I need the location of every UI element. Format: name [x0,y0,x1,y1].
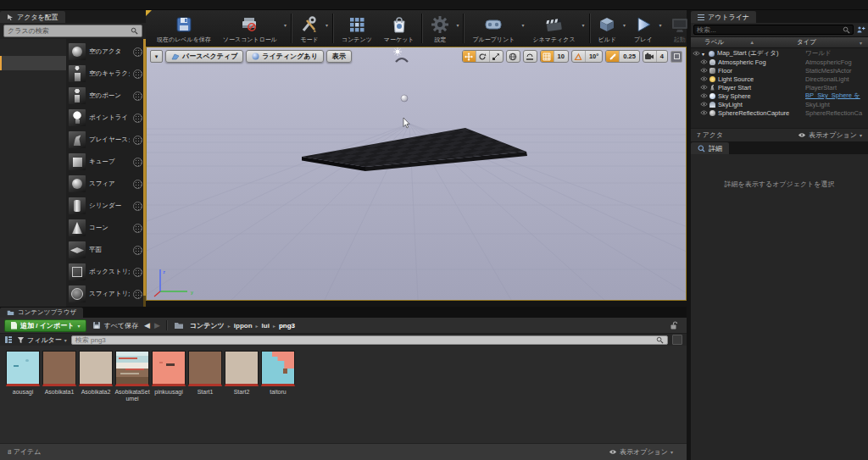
breadcrumb-label[interactable]: コンテンツ [190,321,225,330]
asset-thumbnail[interactable] [115,351,149,386]
drag-handle-icon[interactable] [133,136,142,145]
asset-thumbnail[interactable] [261,351,295,386]
actor-item[interactable]: シリンダー [66,195,146,217]
drag-handle-icon[interactable] [133,180,142,189]
actor-item[interactable]: 空のアクタ [66,41,146,63]
visibility-eye-icon[interactable] [698,102,709,107]
content-view-options-button[interactable]: 表示オプション ▾ [609,447,673,457]
drag-handle-icon[interactable] [133,224,142,233]
blueprints-button[interactable]: ブループリント ▾ [466,10,526,47]
save-level-button[interactable]: 現在のレベルを保存 [151,10,217,47]
show-flags-button[interactable]: 表示 [326,50,352,63]
outliner-type[interactable]: AtmosphericFog [805,58,868,66]
outliner-type[interactable]: DirectionalLight [805,75,868,83]
drag-handle-icon[interactable] [133,47,142,57]
drag-handle-icon[interactable] [133,91,142,101]
column-label[interactable]: ラベル ▲ [691,38,797,47]
outliner-type[interactable]: PlayerStart [805,84,868,91]
outliner-type[interactable]: BP_Sky_Sphere を [805,91,868,100]
drag-handle-icon[interactable] [133,246,142,255]
rotation-snap-button[interactable] [572,51,586,62]
outliner-tab[interactable]: アウトライナ [691,11,756,23]
outliner-type[interactable]: SkyLight [805,101,868,108]
filters-button[interactable]: フィルター ▾ [17,335,67,345]
breadcrumb-label[interactable]: ippon [234,322,253,330]
visibility-eye-icon[interactable] [698,110,709,115]
add-filter-actor-icon[interactable] [856,25,865,34]
breadcrumb-item[interactable]: ▸ コンテンツ [190,321,225,330]
asset-thumbnail[interactable] [79,351,113,386]
outliner-row[interactable]: ▾ Map_Start (エディタ) ワールド [691,49,868,58]
asset-tile[interactable]: taitoru [261,351,295,396]
surface-snap-button[interactable] [524,51,537,62]
column-filter-icon[interactable]: ▾ [860,40,868,46]
actor-item[interactable]: プレイヤースタ- [66,129,146,151]
outliner-row[interactable]: ▾ Sky Sphere BP_Sky_Sphere を [691,91,868,100]
scale-snap-button[interactable] [606,51,620,62]
outliner-row[interactable]: ▾ Floor StaticMeshActor [691,66,868,75]
source-control-button[interactable]: ソースコントロール ▾ [217,10,289,47]
actor-item[interactable]: 平面 [66,239,146,261]
outliner-search-input[interactable]: 検索... [693,25,854,35]
category-item[interactable] [0,70,66,85]
actor-item[interactable]: ボックストリガー [66,261,146,283]
camera-speed-button[interactable] [643,51,657,62]
class-search-input[interactable]: クラスの検索 [3,25,142,37]
outliner-type[interactable]: SphereReflectionCa [805,109,868,117]
breadcrumb-label[interactable]: png3 [279,322,295,330]
details-tab[interactable]: 詳細 [691,142,729,154]
actor-item[interactable]: スフィアトリガー [66,283,146,305]
world-local-toggle-button[interactable] [507,51,520,62]
dropdown-arrow-icon[interactable]: ▾ [326,22,328,28]
outliner-row[interactable]: ▾ SphereReflectionCapture SphereReflecti… [691,108,868,117]
asset-tile[interactable]: pinkuusagi [152,351,186,396]
actor-item[interactable]: コーン [66,217,146,239]
save-search-button[interactable] [672,335,682,345]
back-arrow-button[interactable]: ◀ [144,321,150,330]
category-item[interactable] [0,85,66,99]
view-mode-button[interactable]: ライティングあり [246,50,324,63]
sphere-sprite[interactable] [401,95,408,102]
visibility-eye-icon[interactable] [698,85,709,90]
drag-handle-icon[interactable] [133,268,142,277]
place-actors-tab[interactable]: アクタを配置 [0,11,65,23]
actor-item[interactable]: キューブ [66,151,146,173]
category-item[interactable] [0,56,66,70]
actor-item[interactable]: スフィア [66,173,146,195]
add-import-button[interactable]: 追加 / インポート ▾ [4,319,86,332]
category-item[interactable] [0,142,66,157]
asset-thumbnail[interactable] [42,351,76,386]
category-item[interactable] [0,128,66,142]
scale-snap-value[interactable]: 0.25 [620,51,639,62]
category-item[interactable] [0,42,66,56]
actor-item[interactable]: 空のキャラクタ- [66,63,146,85]
asset-thumbnail[interactable] [188,351,222,386]
asset-tile[interactable]: aousagi [6,351,40,396]
visibility-eye-icon[interactable] [698,93,709,98]
asset-tile[interactable]: Start1 [188,351,222,396]
scale-tool-button[interactable] [490,51,503,62]
cinematics-button[interactable]: シネマティクス ▾ [526,10,587,47]
dropdown-arrow-icon[interactable]: ▾ [623,22,626,28]
asset-thumbnail[interactable] [6,351,40,386]
dropdown-arrow-icon[interactable]: ▾ [582,22,585,28]
visibility-eye-icon[interactable] [698,76,709,81]
drag-handle-icon[interactable] [133,158,142,167]
drag-handle-icon[interactable] [133,69,142,79]
viewport-options-button[interactable]: ▾ [150,50,163,63]
dropdown-arrow-icon[interactable]: ▾ [456,22,459,28]
grid-snap-button[interactable] [541,51,554,62]
content-button[interactable]: コンテンツ [336,10,378,47]
dropdown-arrow-icon[interactable]: ▾ [284,22,287,28]
asset-tile[interactable]: Asobikata2 [79,351,113,396]
column-type[interactable]: タイプ [797,38,860,47]
outliner-type[interactable]: ワールド [805,49,868,58]
visibility-eye-icon[interactable] [691,51,702,56]
dropdown-arrow-icon[interactable]: ▾ [521,22,524,28]
perspective-button[interactable]: パースペクティブ [165,50,243,63]
lock-icon[interactable] [670,321,677,330]
outliner-row[interactable]: ▾ Light Source DirectionalLight [691,75,868,83]
build-button[interactable]: ビルド ▾ [593,10,629,47]
breadcrumb-item[interactable]: ▸ png3 [273,322,295,330]
outliner-row[interactable]: ▾ Atmospheric Fog AtmosphericFog [691,58,868,66]
